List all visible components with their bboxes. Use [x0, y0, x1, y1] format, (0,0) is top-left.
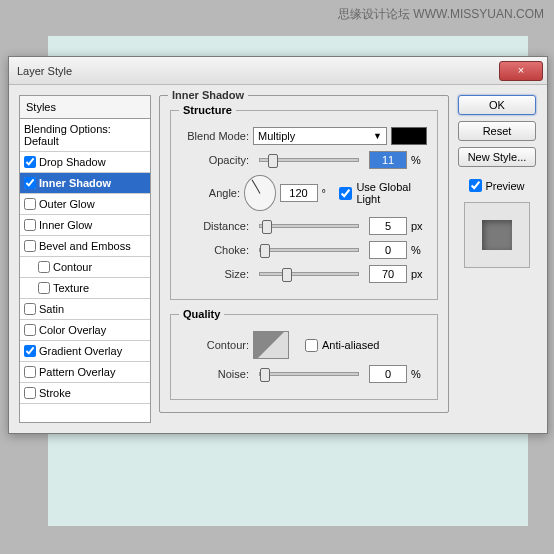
noise-label: Noise:	[181, 368, 249, 380]
style-label: Contour	[53, 261, 92, 273]
style-item-inner-glow[interactable]: Inner Glow	[20, 215, 150, 236]
slider-thumb[interactable]	[262, 220, 272, 234]
ok-button[interactable]: OK	[458, 95, 536, 115]
opacity-label: Opacity:	[181, 154, 249, 166]
style-checkbox[interactable]	[24, 324, 36, 336]
style-checkbox[interactable]	[38, 282, 50, 294]
style-item-texture[interactable]: Texture	[20, 278, 150, 299]
style-item-drop-shadow[interactable]: Drop Shadow	[20, 152, 150, 173]
blend-mode-select[interactable]: Multiply ▼	[253, 127, 387, 145]
quality-title: Quality	[179, 308, 224, 320]
style-item-contour[interactable]: Contour	[20, 257, 150, 278]
noise-slider[interactable]	[259, 372, 359, 376]
antialiased-checkbox[interactable]	[305, 339, 318, 352]
close-button[interactable]: ×	[499, 61, 543, 81]
style-checkbox[interactable]	[24, 198, 36, 210]
layer-style-dialog: Layer Style × Styles Blending Options: D…	[8, 56, 548, 434]
choke-unit: %	[411, 244, 427, 256]
close-icon: ×	[518, 64, 524, 76]
style-label: Inner Shadow	[39, 177, 111, 189]
noise-unit: %	[411, 368, 427, 380]
slider-thumb[interactable]	[282, 268, 292, 282]
distance-label: Distance:	[181, 220, 249, 232]
slider-thumb[interactable]	[268, 154, 278, 168]
style-checkbox[interactable]	[38, 261, 50, 273]
reset-button[interactable]: Reset	[458, 121, 536, 141]
style-checkbox[interactable]	[24, 177, 36, 189]
style-checkbox[interactable]	[24, 303, 36, 315]
style-label: Pattern Overlay	[39, 366, 115, 378]
style-checkbox[interactable]	[24, 345, 36, 357]
style-item-color-overlay[interactable]: Color Overlay	[20, 320, 150, 341]
style-label: Texture	[53, 282, 89, 294]
style-item-inner-shadow[interactable]: Inner Shadow	[20, 173, 150, 194]
structure-title: Structure	[179, 104, 236, 116]
style-label: Color Overlay	[39, 324, 106, 336]
styles-panel: Styles Blending Options: DefaultDrop Sha…	[19, 95, 151, 423]
style-checkbox[interactable]	[24, 156, 36, 168]
choke-slider[interactable]	[259, 248, 359, 252]
preview-box	[464, 202, 530, 268]
styles-list: Blending Options: DefaultDrop ShadowInne…	[20, 119, 150, 404]
opacity-unit: %	[411, 154, 427, 166]
opacity-slider[interactable]	[259, 158, 359, 162]
size-label: Size:	[181, 268, 249, 280]
watermark: 思缘设计论坛 WWW.MISSYUAN.COM	[338, 6, 544, 23]
new-style-button[interactable]: New Style...	[458, 147, 536, 167]
style-label: Bevel and Emboss	[39, 240, 131, 252]
quality-group: Quality Contour: Anti-aliased Noise: %	[170, 314, 438, 400]
size-slider[interactable]	[259, 272, 359, 276]
size-unit: px	[411, 268, 427, 280]
style-item-stroke[interactable]: Stroke	[20, 383, 150, 404]
titlebar: Layer Style ×	[9, 57, 547, 85]
angle-dial[interactable]	[244, 175, 276, 211]
inner-shadow-fieldset: Inner Shadow Structure Blend Mode: Multi…	[159, 95, 449, 413]
slider-thumb[interactable]	[260, 368, 270, 382]
style-item-gradient-overlay[interactable]: Gradient Overlay	[20, 341, 150, 362]
global-light-checkbox[interactable]	[339, 187, 352, 200]
panel-title: Inner Shadow	[168, 89, 248, 101]
style-label: Drop Shadow	[39, 156, 106, 168]
angle-indicator	[251, 179, 260, 193]
angle-unit: °	[322, 187, 336, 199]
distance-slider[interactable]	[259, 224, 359, 228]
distance-input[interactable]	[369, 217, 407, 235]
slider-thumb[interactable]	[260, 244, 270, 258]
preview-label: Preview	[485, 180, 524, 192]
style-label: Outer Glow	[39, 198, 95, 210]
main-panel: Inner Shadow Structure Blend Mode: Multi…	[159, 95, 449, 423]
style-checkbox[interactable]	[24, 219, 36, 231]
choke-input[interactable]	[369, 241, 407, 259]
angle-label: Angle:	[181, 187, 240, 199]
shadow-color-swatch[interactable]	[391, 127, 427, 145]
style-label: Satin	[39, 303, 64, 315]
preview-checkbox[interactable]	[469, 179, 482, 192]
distance-unit: px	[411, 220, 427, 232]
style-label: Stroke	[39, 387, 71, 399]
style-checkbox[interactable]	[24, 387, 36, 399]
antialiased-label: Anti-aliased	[322, 339, 379, 351]
dialog-title: Layer Style	[17, 65, 499, 77]
style-item-pattern-overlay[interactable]: Pattern Overlay	[20, 362, 150, 383]
preview-swatch	[482, 220, 512, 250]
chevron-down-icon: ▼	[373, 131, 382, 141]
size-input[interactable]	[369, 265, 407, 283]
style-checkbox[interactable]	[24, 240, 36, 252]
noise-input[interactable]	[369, 365, 407, 383]
style-item-satin[interactable]: Satin	[20, 299, 150, 320]
style-label: Gradient Overlay	[39, 345, 122, 357]
style-checkbox[interactable]	[24, 366, 36, 378]
style-label: Inner Glow	[39, 219, 92, 231]
contour-picker[interactable]	[253, 331, 289, 359]
right-panel: OK Reset New Style... Preview	[457, 95, 537, 423]
global-light-label: Use Global Light	[356, 181, 427, 205]
angle-input[interactable]	[280, 184, 318, 202]
style-item-bevel-and-emboss[interactable]: Bevel and Emboss	[20, 236, 150, 257]
styles-header[interactable]: Styles	[20, 96, 150, 119]
opacity-input[interactable]	[369, 151, 407, 169]
blending-options-header[interactable]: Blending Options: Default	[20, 119, 150, 152]
choke-label: Choke:	[181, 244, 249, 256]
style-item-outer-glow[interactable]: Outer Glow	[20, 194, 150, 215]
structure-group: Structure Blend Mode: Multiply ▼ Opacity…	[170, 110, 438, 300]
contour-label: Contour:	[181, 339, 249, 351]
